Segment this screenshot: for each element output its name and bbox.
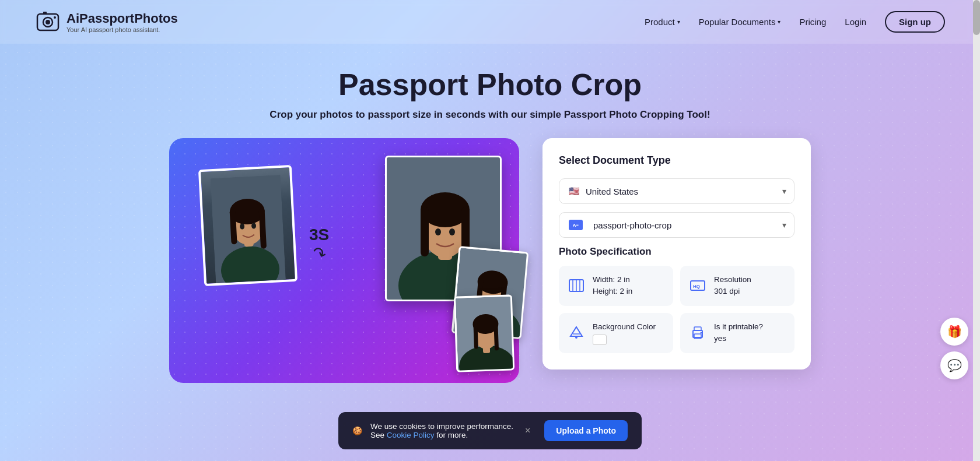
hero-section: Passport Photo Crop Crop your photos to … xyxy=(0,44,980,121)
nav-product[interactable]: Product ▾ xyxy=(645,17,680,27)
header: AiPassportPhotos Your AI passport photo … xyxy=(0,0,980,44)
background-color-swatch[interactable] xyxy=(593,335,607,345)
hd-icon: HQ xyxy=(688,276,707,295)
gift-button[interactable]: 🎁 xyxy=(940,318,968,346)
chat-button[interactable]: 💬 xyxy=(940,351,968,379)
svg-rect-19 xyxy=(421,207,429,256)
signup-button[interactable]: Sign up xyxy=(885,11,945,33)
us-flag-icon: 🇺🇸 xyxy=(569,186,580,196)
person-illustration-small-2 xyxy=(456,296,514,372)
document-icon: A≡ xyxy=(569,220,583,230)
document-type-select-wrapper[interactable]: A≡ passport-photo-crop ▾ xyxy=(559,212,794,238)
country-select-wrapper[interactable]: 🇺🇸 United States ▾ xyxy=(559,178,794,204)
cookie-text: We use cookies to improve performance. S… xyxy=(370,422,514,439)
cookie-close-button[interactable]: × xyxy=(525,425,530,436)
panel-title: Select Document Type xyxy=(559,154,794,167)
spec-size-text: Width: 2 in Height: 2 in xyxy=(593,274,632,298)
spec-printable-card: Is it printable? yes xyxy=(680,313,794,353)
chevron-down-icon: ▾ xyxy=(778,19,780,25)
spec-printable-text: Is it printable? yes xyxy=(714,321,763,345)
gift-icon: 🎁 xyxy=(947,325,962,339)
nav-pricing[interactable]: Pricing xyxy=(799,17,826,27)
cookie-icon: 🍪 xyxy=(352,426,362,435)
svg-point-4 xyxy=(54,16,56,19)
scrollbar[interactable] xyxy=(973,0,980,461)
svg-point-21 xyxy=(435,228,441,235)
hero-title: Passport Photo Crop xyxy=(0,67,980,102)
illustration-card: 3S ↷ xyxy=(169,138,519,383)
timer-arrow: 3S ↷ xyxy=(309,226,329,263)
size-icon xyxy=(567,276,586,295)
photo-processed-small-2 xyxy=(454,294,514,372)
spec-background-text: Background Color xyxy=(593,321,656,345)
main-nav: Product ▾ Popular Documents ▾ Pricing Lo… xyxy=(645,11,945,33)
photo-original xyxy=(198,165,298,286)
spec-size-card: Width: 2 in Height: 2 in xyxy=(559,266,673,306)
timer-label: 3S xyxy=(309,226,329,244)
nav-login[interactable]: Login xyxy=(845,17,866,27)
logo-text: AiPassportPhotos Your AI passport photo … xyxy=(66,11,178,33)
scrollbar-thumb[interactable] xyxy=(973,0,980,35)
main-content: 3S ↷ xyxy=(0,121,980,383)
brand-name: AiPassportPhotos xyxy=(66,11,178,26)
photo-original-inner xyxy=(201,167,295,284)
spec-background-card: Background Color xyxy=(559,313,673,353)
nav-popular-documents[interactable]: Popular Documents ▾ xyxy=(699,17,781,27)
svg-point-2 xyxy=(46,20,50,24)
logo-icon xyxy=(35,9,61,35)
country-select[interactable]: 🇺🇸 United States xyxy=(559,178,794,204)
brand-tagline: Your AI passport photo assistant. xyxy=(66,26,178,33)
hero-subtitle: Crop your photos to passport size in sec… xyxy=(0,109,980,121)
person-illustration-left xyxy=(211,175,286,283)
svg-point-22 xyxy=(449,228,455,235)
spec-grid: Width: 2 in Height: 2 in HQ Resolution 3… xyxy=(559,266,794,353)
print-icon xyxy=(688,323,707,342)
chat-icon: 💬 xyxy=(947,358,962,372)
photo-processed-group xyxy=(385,156,502,301)
spec-title: Photo Specification xyxy=(559,246,794,258)
spec-resolution-text: Resolution 301 dpi xyxy=(714,274,751,298)
country-label: United States xyxy=(586,186,638,196)
background-color-label: Background Color xyxy=(593,321,656,333)
floating-buttons: 🎁 💬 xyxy=(940,318,968,379)
cookie-banner: 🍪 We use cookies to improve performance.… xyxy=(338,412,642,449)
logo[interactable]: AiPassportPhotos Your AI passport photo … xyxy=(35,9,178,35)
chevron-down-icon: ▾ xyxy=(677,19,680,25)
bg-color-icon xyxy=(567,323,586,342)
spec-resolution-card: HQ Resolution 301 dpi xyxy=(680,266,794,306)
upload-photo-button-cookie[interactable]: Upload a Photo xyxy=(544,420,628,441)
cookie-policy-link[interactable]: Cookie Policy xyxy=(387,431,435,439)
document-panel: Select Document Type 🇺🇸 United States ▾ … xyxy=(542,138,811,369)
document-type-select[interactable]: A≡ passport-photo-crop xyxy=(559,212,794,238)
document-label: passport-photo-crop xyxy=(593,220,671,230)
svg-text:HQ: HQ xyxy=(693,284,700,289)
svg-point-47 xyxy=(701,332,702,334)
svg-point-43 xyxy=(575,336,578,339)
svg-rect-3 xyxy=(43,12,47,14)
